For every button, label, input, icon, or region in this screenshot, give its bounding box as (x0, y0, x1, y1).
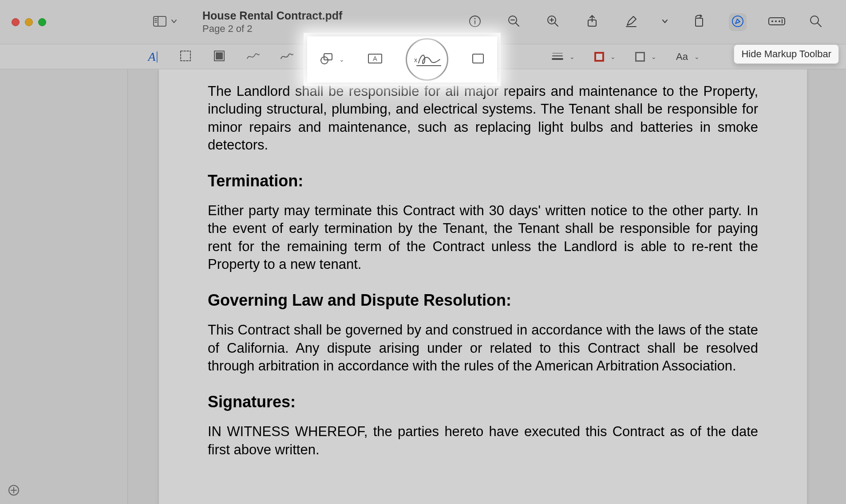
svg-rect-29 (216, 52, 223, 59)
svg-text:A: A (373, 55, 377, 62)
inspector-button[interactable] (466, 13, 484, 31)
chevron-down-icon: ⌄ (610, 53, 616, 60)
draw-icon (280, 51, 294, 63)
svg-point-22 (775, 20, 777, 22)
rotate-button[interactable] (690, 13, 708, 31)
text-style-icon: Aa (676, 51, 688, 63)
zoom-out-button[interactable] (505, 13, 523, 31)
svg-point-23 (779, 20, 780, 22)
markup-tools-left: A (145, 50, 294, 64)
sign-icon: x (411, 49, 443, 70)
sketch-tool[interactable] (246, 50, 260, 64)
chevron-down-icon[interactable] (661, 18, 668, 27)
paragraph-repairs: The Landlord shall be responsible for al… (208, 83, 758, 154)
svg-text:x: x (414, 56, 417, 63)
share-button[interactable] (583, 13, 601, 31)
markup-tools-right: ⌄ ⌄ ⌄ Aa ⌄ (552, 51, 700, 63)
chevron-down-icon: ⌄ (339, 56, 344, 63)
thumbnails-sidebar: House Rental C… (0, 44, 128, 504)
tooltip-text: Hide Markup Toolbar (741, 48, 831, 59)
zoom-in-button[interactable] (544, 13, 562, 31)
chevron-down-icon: ⌄ (569, 53, 575, 60)
close-window-button[interactable] (12, 18, 20, 26)
chevron-down-icon (170, 18, 178, 27)
fill-color-icon (635, 52, 645, 62)
rectangular-selection-tool[interactable] (178, 50, 193, 64)
search-button[interactable] (807, 13, 825, 31)
svg-point-19 (732, 16, 743, 27)
info-icon (468, 15, 482, 30)
share-icon (585, 15, 599, 30)
paragraph-signatures: IN WITNESS WHEREOF, the parties hereto h… (208, 423, 758, 459)
tooltip: Hide Markup Toolbar (734, 44, 839, 64)
redact-tool[interactable] (212, 50, 226, 64)
search-icon (809, 15, 822, 30)
svg-point-21 (771, 20, 773, 22)
chevron-down-icon: ⌄ (694, 53, 700, 60)
svg-rect-18 (696, 18, 703, 26)
svg-rect-0 (154, 16, 166, 26)
border-color-icon (594, 52, 604, 62)
text-style-button[interactable]: Aa ⌄ (676, 51, 700, 63)
highlight-icon (625, 15, 638, 30)
textbox-icon: A (368, 53, 383, 66)
titlebar-tools (466, 0, 825, 44)
page-indicator: Page 2 of 2 (202, 23, 342, 35)
pdf-page: The Landlord shall be responsible for al… (159, 69, 807, 504)
minimize-window-button[interactable] (25, 18, 33, 26)
vertical-scrollbar[interactable] (838, 69, 846, 504)
zoom-in-icon (546, 15, 560, 30)
svg-line-26 (818, 23, 821, 27)
paragraph-governing: This Contract shall be governed by and c… (208, 321, 758, 375)
window-controls (12, 18, 46, 26)
line-style-button[interactable]: ⌄ (552, 51, 575, 62)
line-style-icon (552, 51, 563, 62)
text-selection-tool[interactable]: A (145, 50, 159, 64)
shapes-tool[interactable]: ⌄ (320, 52, 344, 67)
chevron-down-icon: ⌄ (651, 53, 656, 60)
add-page-button[interactable] (8, 484, 20, 498)
title-stack: House Rental Contract.pdf Page 2 of 2 (202, 9, 342, 35)
svg-rect-42 (473, 54, 483, 63)
markup-toggle-button[interactable] (729, 13, 747, 31)
fill-color-button[interactable]: ⌄ (635, 52, 656, 62)
form-icon (768, 16, 786, 28)
border-color-button[interactable]: ⌄ (594, 52, 616, 62)
draw-tool[interactable] (280, 50, 294, 64)
svg-line-12 (555, 23, 558, 26)
add-page-icon (8, 490, 20, 497)
paragraph-termination: Either party may terminate this Contract… (208, 202, 758, 273)
sketch-icon (246, 51, 260, 63)
highlight-button[interactable] (622, 13, 640, 31)
view-menu-button[interactable] (153, 15, 178, 29)
text-selection-icon: A (148, 50, 155, 64)
redact-icon (213, 50, 225, 64)
document-title: House Rental Contract.pdf (202, 9, 342, 22)
textbox-tool[interactable]: A (368, 53, 383, 66)
svg-line-9 (516, 23, 519, 26)
zoom-out-icon (507, 15, 521, 30)
rectangular-selection-icon (179, 50, 192, 64)
svg-rect-27 (181, 51, 190, 61)
heading-governing: Governing Law and Dispute Resolution: (208, 291, 758, 310)
fullscreen-window-button[interactable] (38, 18, 46, 26)
heading-termination: Termination: (208, 172, 758, 190)
rotate-icon (692, 15, 705, 30)
heading-signatures: Signatures: (208, 393, 758, 411)
note-icon (471, 53, 485, 66)
spotlight-region: ⌄ A x (307, 36, 497, 83)
markup-icon (731, 15, 744, 30)
sidebar-toggle-icon (153, 15, 167, 29)
sign-tool[interactable]: x (406, 38, 448, 81)
form-fields-button[interactable] (768, 13, 786, 31)
document-view[interactable]: The Landlord shall be responsible for al… (128, 69, 846, 504)
svg-point-7 (475, 18, 475, 19)
shapes-icon (320, 52, 334, 67)
note-tool[interactable] (471, 53, 485, 66)
